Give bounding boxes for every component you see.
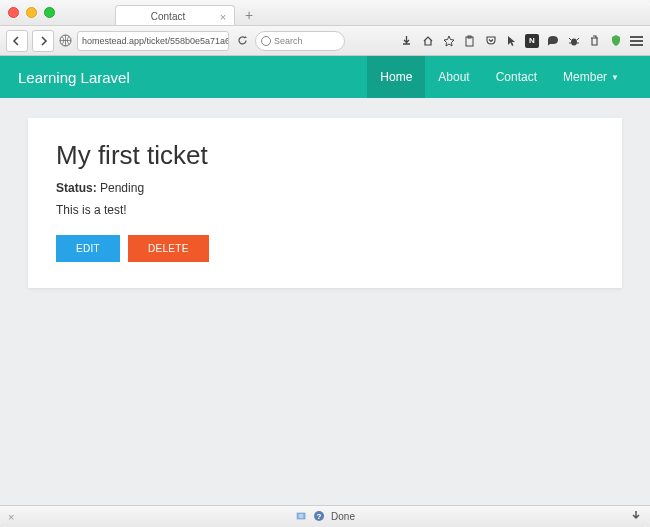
forward-button[interactable]: [32, 30, 54, 52]
window-controls: [8, 7, 55, 18]
star-icon[interactable]: [441, 33, 456, 48]
menu-button[interactable]: [629, 33, 644, 48]
ticket-card: My first ticket Status: Pending This is …: [28, 118, 622, 288]
reload-icon: [237, 35, 248, 46]
url-text: homestead.app/ticket/558b0e5a71a6b: [82, 36, 229, 46]
svg-rect-4: [297, 513, 305, 519]
download-icon[interactable]: [399, 33, 414, 48]
status-text: Done: [331, 511, 355, 522]
brand-label[interactable]: Learning Laravel: [18, 69, 130, 86]
window-close-button[interactable]: [8, 7, 19, 18]
ticket-body: This is a test!: [56, 203, 594, 217]
button-row: EDIT DELETE: [56, 235, 594, 262]
status-value: Pending: [100, 181, 144, 195]
toolbar-extensions: N: [399, 33, 644, 48]
status-label: Status:: [56, 181, 97, 195]
svg-text:?: ?: [317, 512, 322, 521]
pocket-icon[interactable]: [483, 33, 498, 48]
extension-badge-n[interactable]: N: [525, 34, 539, 48]
tab-close-icon[interactable]: ×: [218, 12, 228, 22]
new-tab-button[interactable]: +: [241, 5, 257, 25]
tab-title: Contact: [151, 11, 185, 22]
window-maximize-button[interactable]: [44, 7, 55, 18]
shield-icon[interactable]: [608, 33, 623, 48]
back-button[interactable]: [6, 30, 28, 52]
nav-links: Home About Contact Member ▼: [367, 56, 632, 98]
status-center: ? Done: [295, 510, 355, 524]
chevron-down-icon: ▼: [611, 73, 619, 82]
window-minimize-button[interactable]: [26, 7, 37, 18]
nav-link-contact[interactable]: Contact: [483, 56, 550, 98]
arrow-right-icon: [38, 36, 48, 46]
nav-link-home[interactable]: Home: [367, 56, 425, 98]
cursor-icon[interactable]: [504, 33, 519, 48]
app-navbar: Learning Laravel Home About Contact Memb…: [0, 56, 650, 98]
globe-icon[interactable]: [58, 33, 73, 48]
title-bar: Contact × +: [0, 0, 650, 26]
search-placeholder: Search: [274, 36, 303, 46]
status-line: Status: Pending: [56, 181, 594, 195]
toolbar: homestead.app/ticket/558b0e5a71a6b Searc…: [0, 26, 650, 56]
trash-icon[interactable]: [587, 33, 602, 48]
status-bar: × ? Done: [0, 505, 650, 527]
svg-point-3: [571, 38, 577, 45]
nav-link-member[interactable]: Member ▼: [550, 56, 632, 98]
clipboard-icon[interactable]: [462, 33, 477, 48]
viewport: Learning Laravel Home About Contact Memb…: [0, 56, 650, 505]
download-arrow-icon[interactable]: [630, 509, 642, 524]
tab-strip: Contact × +: [115, 0, 257, 25]
status-close-icon[interactable]: ×: [8, 511, 14, 523]
nav-link-about[interactable]: About: [425, 56, 482, 98]
hamburger-icon: [630, 36, 643, 46]
bug-icon[interactable]: [566, 33, 581, 48]
help-icon[interactable]: ?: [313, 510, 325, 524]
chat-icon[interactable]: [545, 33, 560, 48]
search-input[interactable]: Search: [255, 31, 345, 51]
browser-tab[interactable]: Contact ×: [115, 5, 235, 25]
delete-button[interactable]: DELETE: [128, 235, 209, 262]
browser-window: Contact × + homestead.app/ticket/558b0e5…: [0, 0, 650, 527]
content-container: My first ticket Status: Pending This is …: [0, 98, 650, 308]
home-icon[interactable]: [420, 33, 435, 48]
ticket-title: My first ticket: [56, 140, 594, 171]
firebug-icon[interactable]: [295, 510, 307, 524]
arrow-left-icon: [12, 36, 22, 46]
url-bar[interactable]: homestead.app/ticket/558b0e5a71a6b: [77, 31, 229, 51]
edit-button[interactable]: EDIT: [56, 235, 120, 262]
reload-button[interactable]: [233, 32, 251, 50]
